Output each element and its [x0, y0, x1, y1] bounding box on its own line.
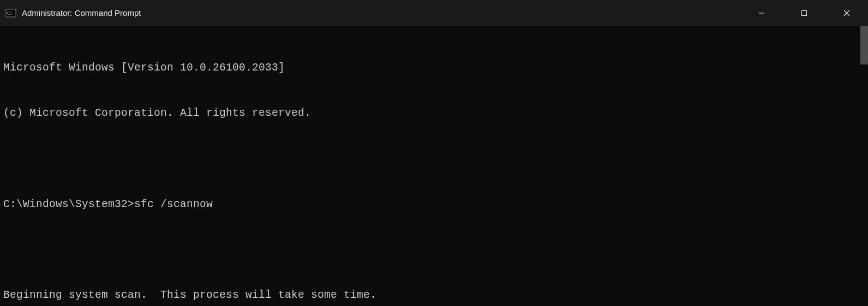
terminal-blank [3, 152, 865, 167]
terminal-line: C:\Windows\System32>sfc /scannow [3, 197, 865, 213]
terminal-blank [3, 243, 865, 258]
terminal-line: (c) Microsoft Corporation. All rights re… [3, 106, 865, 121]
maximize-button[interactable] [783, 0, 825, 26]
titlebar-left: C:\ Administrator: Command Prompt [0, 8, 141, 19]
titlebar: C:\ Administrator: Command Prompt [0, 0, 868, 26]
svg-text:C:\: C:\ [7, 11, 13, 16]
window-title: Administrator: Command Prompt [22, 8, 141, 17]
terminal-output[interactable]: Microsoft Windows [Version 10.0.26100.20… [0, 26, 868, 306]
cmd-icon: C:\ [5, 8, 16, 19]
window-controls [740, 0, 868, 26]
scrollbar-thumb[interactable] [860, 26, 868, 64]
svg-rect-3 [802, 10, 807, 15]
terminal-line: Beginning system scan. This process will… [3, 288, 865, 303]
minimize-button[interactable] [740, 0, 783, 26]
terminal-line: Microsoft Windows [Version 10.0.26100.20… [3, 61, 865, 76]
close-button[interactable] [825, 0, 868, 26]
